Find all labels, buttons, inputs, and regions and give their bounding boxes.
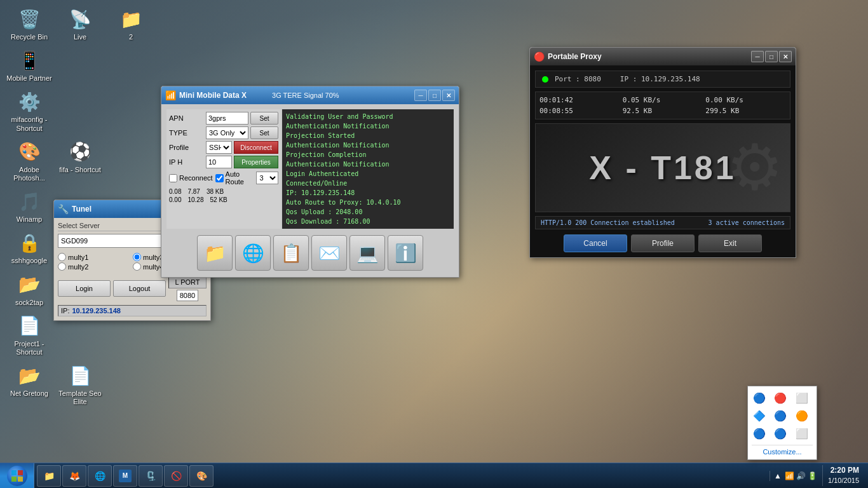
tray-popup-icon-6[interactable]: 🟠 — [794, 408, 810, 423]
type-set-btn[interactable]: Set — [250, 126, 278, 139]
tray-icon-network[interactable]: 📶 — [784, 471, 794, 481]
taskbar-clock[interactable]: 2:20 PM 1/10/2015 — [822, 465, 864, 485]
desktop-icon-project1[interactable]: 📄 Project1 - Shortcut — [6, 313, 52, 356]
apn-set-btn[interactable]: Set — [250, 112, 278, 125]
tray-popup-icon-8[interactable]: 🔵 — [773, 426, 788, 441]
tray-popup-icon-7[interactable]: 🔵 — [752, 426, 767, 441]
proxy-exit-btn[interactable]: Exit — [698, 234, 762, 252]
iph-input[interactable] — [206, 156, 232, 168]
tunel-radio-multy1[interactable]: multy1 — [58, 253, 132, 261]
auto-route-select[interactable]: 3 — [256, 172, 278, 184]
properties-btn[interactable]: Properties — [234, 156, 278, 168]
tray-icon-arrow[interactable]: ▲ — [773, 471, 783, 481]
svg-rect-0 — [11, 470, 17, 475]
mobile-titlebar[interactable]: 📶 Mini Mobile Data X 3G TERE Signal 70% … — [161, 86, 459, 104]
tray-customize-link[interactable]: Customize... — [752, 445, 813, 456]
proxy-conn-bar: HTTP/1.0 200 Connection established 3 ac… — [535, 216, 790, 229]
proxy-stat-t3-row1: 0.00 KB/s — [705, 96, 786, 104]
taskbar-winrar-icon: 🗜️ — [144, 470, 157, 482]
iph-label: IP H — [169, 158, 204, 166]
apn-label: APN — [169, 114, 204, 122]
mobile-close-btn[interactable]: ✕ — [442, 90, 455, 101]
status-line-5: Projection Completion — [286, 150, 450, 159]
taskbar-item-word[interactable]: M — [113, 465, 137, 487]
tray-popup-icon-3[interactable]: ⬜ — [794, 390, 810, 405]
mobile-icon-notes[interactable]: 📋 — [273, 235, 309, 271]
stat-row2-val3: 52 KB — [210, 196, 227, 203]
taskbar-item-blocked[interactable]: 🚫 — [164, 465, 188, 487]
profile-select[interactable]: SSH — [206, 141, 232, 154]
taskbar-start-btn[interactable] — [0, 463, 34, 489]
clock-time: 2:20 PM — [828, 465, 859, 476]
proxy-stat-t1-row2: 00:08:55 — [539, 107, 620, 115]
stat-row2-val1: 0.00 — [169, 196, 181, 203]
live-label: Live — [74, 33, 86, 41]
desktop-icon-sshhgoogle[interactable]: 🔒 sshhgoogle — [6, 230, 52, 265]
desktop-icon-item2[interactable]: 📁 2 — [108, 6, 154, 41]
desktop-icon-winamp[interactable]: 🎵 Winamp — [6, 189, 52, 224]
mobile-window-controls: ─ □ ✕ — [414, 90, 455, 101]
proxy-stat-t2-row1: 0.05 KB/s — [623, 96, 703, 104]
mobile-partner-label: Mobile Partner — [6, 74, 52, 83]
desktop-icon-adobe-ps[interactable]: 🎨 Adobe Photosh... — [6, 139, 52, 182]
mobile-icon-globe[interactable]: 🌐 — [235, 235, 271, 271]
auto-route-checkbox-row[interactable]: Auto Route — [215, 170, 254, 186]
tray-popup-icon-4[interactable]: 🔷 — [752, 408, 767, 423]
proxy-stat-t2-row2: 92.5 KB — [623, 107, 703, 115]
mifaconfig-label: mifaconfig - Shortcut — [6, 116, 52, 132]
project1-label: Project1 - Shortcut — [6, 340, 52, 356]
reconnect-checkbox[interactable] — [169, 174, 177, 182]
type-select[interactable]: 3G Only — [206, 126, 248, 139]
desktop-icon-recycle-bin[interactable]: 🗑️ Recycle Bin — [6, 6, 52, 41]
proxy-maximize-btn[interactable]: □ — [765, 51, 778, 62]
proxy-cancel-btn[interactable]: Cancel — [564, 234, 627, 252]
disconnect-btn[interactable]: Disconnect — [234, 141, 278, 154]
tunel-radio-multy1-input[interactable] — [58, 253, 66, 261]
mobile-maximize-btn[interactable]: □ — [428, 90, 441, 101]
tunel-logout-btn[interactable]: Logout — [113, 280, 166, 297]
proxy-minimize-btn[interactable]: ─ — [751, 51, 764, 62]
proxy-close-btn[interactable]: ✕ — [779, 51, 792, 62]
tray-popup-icon-9[interactable]: ⬜ — [794, 426, 810, 441]
taskbar-item-explorer[interactable]: 📁 — [37, 465, 61, 487]
tunel-radio-multy2[interactable]: multy2 — [58, 262, 132, 271]
desktop-icon-fifa[interactable]: ⚽ fifa - Shortcut — [57, 139, 103, 182]
taskbar-item-winrar[interactable]: 🗜️ — [139, 465, 163, 487]
desktop-icon-template-seo[interactable]: 📄 Template Seo Elite — [57, 363, 103, 406]
apn-input[interactable] — [206, 112, 248, 125]
auto-route-checkbox[interactable] — [215, 174, 224, 182]
tunel-radio-multy4-input[interactable] — [133, 262, 141, 271]
reconnect-checkbox-row[interactable]: Reconnect — [169, 174, 213, 182]
tunel-login-btn[interactable]: Login — [58, 280, 111, 297]
tray-popup-icon-5[interactable]: 🔵 — [773, 408, 788, 423]
status-line-1: Validating User and Password — [286, 112, 450, 121]
tray-icon-battery[interactable]: 🔋 — [807, 471, 817, 481]
tray-popup-icon-1[interactable]: 🔵 — [752, 390, 767, 405]
mobile-minimize-btn[interactable]: ─ — [414, 90, 427, 101]
stat-row1-val1: 0.08 — [169, 188, 181, 195]
proxy-body: Port : 8080 IP : 10.129.235.148 00:01:42… — [530, 65, 796, 257]
mobile-icon-info[interactable]: ℹ️ — [388, 235, 423, 271]
desktop-icon-net-gretong[interactable]: 📂 Net Gretong — [6, 363, 52, 406]
desktop-icon-sock2tap[interactable]: 📂 sock2tap — [6, 272, 52, 307]
taskbar: 📁 🦊 🌐 M 🗜️ 🚫 🎨 ▲ 📶 🔊 🔋 2:20 PM 1/ — [0, 463, 868, 488]
desktop-icon-mobile-partner[interactable]: 📱 Mobile Partner — [6, 48, 52, 83]
taskbar-item-globe[interactable]: 🌐 — [88, 465, 112, 487]
proxy-titlebar[interactable]: 🔴 Portable Proxy ─ □ ✕ — [530, 48, 796, 65]
mobile-icon-terminal[interactable]: 💻 — [349, 235, 385, 271]
desktop-icon-mifaconfig[interactable]: ⚙️ mifaconfig - Shortcut — [6, 89, 52, 132]
desktop-icon-live[interactable]: 📡 Live — [57, 6, 103, 41]
tunel-radio-multy2-input[interactable] — [58, 262, 66, 271]
mobile-icon-folder[interactable]: 📁 — [197, 235, 233, 271]
mobile-partner-icon: 📱 — [17, 48, 42, 73]
taskbar-items: 📁 🦊 🌐 M 🗜️ 🚫 🎨 — [34, 463, 766, 488]
tunel-radio-multy3-input[interactable] — [133, 253, 141, 261]
mobile-icon-mail[interactable]: ✉️ — [311, 235, 347, 271]
proxy-profile-btn[interactable]: Profile — [631, 234, 695, 252]
tray-popup: 🔵 🔴 ⬜ 🔷 🔵 🟠 🔵 🔵 ⬜ Customize... — [747, 386, 817, 460]
taskbar-item-paint[interactable]: 🎨 — [189, 465, 214, 487]
tray-icon-volume[interactable]: 🔊 — [796, 471, 806, 481]
sshhgoogle-label: sshhgoogle — [11, 257, 47, 265]
tray-popup-icon-2[interactable]: 🔴 — [773, 390, 788, 405]
taskbar-item-firefox[interactable]: 🦊 — [62, 465, 86, 487]
